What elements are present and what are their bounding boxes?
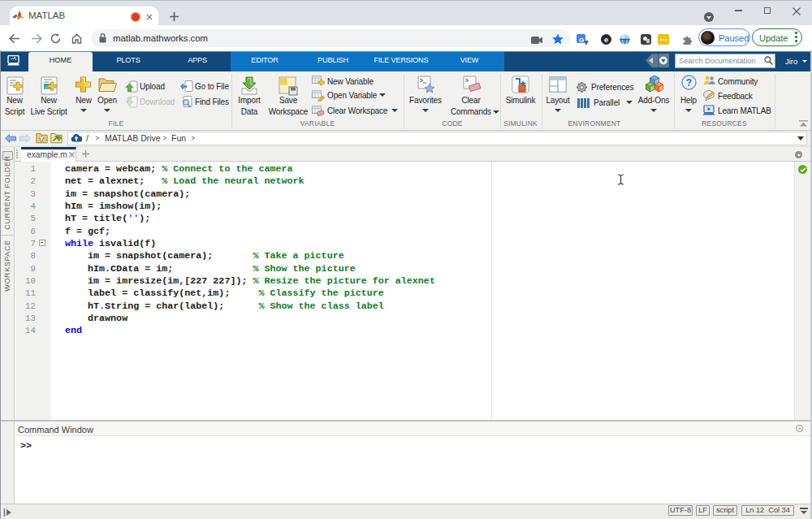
svg-text:?: ?	[686, 77, 692, 89]
